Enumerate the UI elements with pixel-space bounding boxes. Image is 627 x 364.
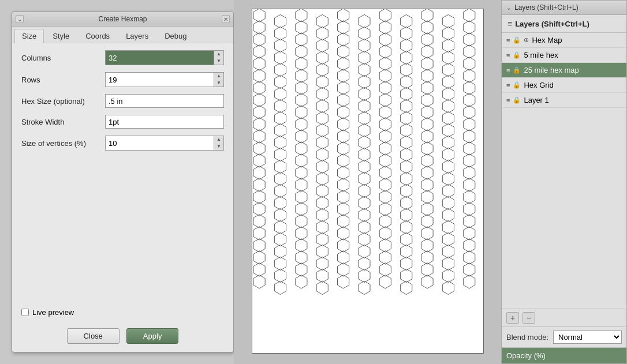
tab-coords[interactable]: Coords	[78, 29, 117, 43]
add-layer-button[interactable]: +	[506, 312, 519, 324]
tab-bar: Size Style Coords Layers Debug	[12, 27, 233, 43]
close-dialog-button[interactable]: ✕	[222, 15, 230, 23]
vertices-spinner: ▲ ▼	[105, 136, 224, 151]
stroke-width-input[interactable]	[105, 115, 224, 129]
columns-input[interactable]	[105, 50, 214, 65]
layer-name-2: 25 mile hex map	[524, 66, 622, 74]
layer-row-5-mile-hex[interactable]: ≡ 🔒 5 mile hex	[502, 48, 626, 63]
live-preview-label: Live preview	[32, 308, 74, 317]
layer-row-layer-1[interactable]: ≡ 🔒 Layer 1	[502, 93, 626, 108]
stroke-width-label: Stroke Width	[21, 118, 105, 126]
columns-increment[interactable]: ▲	[214, 51, 223, 58]
vertices-label: Size of vertices (%)	[21, 139, 105, 148]
layer-menu-icon-3: ≡	[506, 82, 510, 89]
layers-panel-title: Layers (Shift+Ctrl+L)	[514, 3, 579, 12]
dialog-titlebar: ⌄ Create Hexmap ✕	[12, 12, 233, 27]
layers-bottom: + − Blend mode: Normal Opacity (%)	[502, 309, 626, 363]
tab-debug[interactable]: Debug	[157, 29, 194, 43]
layers-panel-titlebar: ⌄ Layers (Shift+Ctrl+L)	[502, 1, 626, 15]
create-hexmap-dialog: ⌄ Create Hexmap ✕ Size Style Coords Laye…	[12, 12, 234, 352]
layer-name-4: Layer 1	[524, 96, 622, 104]
layer-row-hex-map[interactable]: ≡ 🔒 ⊕ Hex Map	[502, 33, 626, 48]
layers-header-label: Layers (Shift+Ctrl+L)	[515, 20, 589, 28]
layers-stack-icon: ≡	[507, 19, 512, 28]
panel-minimize-icon[interactable]: ⌄	[506, 5, 511, 11]
live-preview-row: Live preview	[12, 302, 233, 322]
opacity-row: Opacity (%)	[502, 348, 626, 363]
hex-canvas	[252, 9, 484, 354]
layer-add-icon-0[interactable]: ⊕	[524, 36, 529, 44]
rows-row: Rows ▲ ▼	[21, 72, 224, 87]
rows-increment[interactable]: ▲	[214, 73, 223, 80]
apply-button[interactable]: Apply	[126, 328, 179, 344]
layers-panel: ⌄ Layers (Shift+Ctrl+L) ≡ Layers (Shift+…	[501, 0, 627, 364]
blend-mode-select[interactable]: Normal	[553, 331, 622, 344]
layer-menu-icon-0: ≡	[506, 37, 510, 44]
minimize-button[interactable]: ⌄	[16, 15, 24, 23]
remove-layer-button[interactable]: −	[522, 312, 535, 324]
layer-lock-icon-4[interactable]: 🔒	[513, 96, 521, 104]
layer-menu-icon-1: ≡	[506, 52, 510, 59]
stroke-width-row: Stroke Width	[21, 115, 224, 129]
vertices-increment[interactable]: ▲	[214, 136, 223, 143]
blend-mode-label: Blend mode:	[506, 333, 548, 342]
dialog-footer: Close Apply	[12, 322, 233, 352]
columns-row: Columns ▲ ▼	[21, 50, 224, 65]
layer-name-3: Hex Grid	[524, 81, 622, 89]
layer-name-1: 5 mile hex	[524, 51, 622, 59]
layer-row-hex-grid[interactable]: ≡ 🔒 Hex Grid	[502, 78, 626, 93]
columns-spinner-buttons: ▲ ▼	[214, 50, 224, 65]
layers-add-remove: + −	[502, 309, 626, 327]
layer-name-0: Hex Map	[532, 36, 622, 44]
rows-input[interactable]	[105, 72, 214, 87]
rows-spinner: ▲ ▼	[105, 72, 224, 87]
hex-size-input[interactable]	[105, 94, 224, 108]
layer-menu-icon-2: ≡	[506, 67, 510, 74]
live-preview-checkbox[interactable]	[21, 309, 29, 316]
close-button[interactable]: Close	[67, 328, 120, 344]
layer-lock-icon-2[interactable]: 🔒	[513, 66, 521, 74]
tab-size[interactable]: Size	[14, 29, 44, 43]
layers-header: ≡ Layers (Shift+Ctrl+L)	[502, 15, 626, 33]
columns-spinner: ▲ ▼	[105, 50, 224, 65]
form-content: Columns ▲ ▼ Rows ▲ ▼ Hex Size (opt	[12, 43, 233, 302]
canvas-area	[234, 0, 501, 364]
layer-lock-icon-3[interactable]: 🔒	[513, 81, 521, 89]
vertices-row: Size of vertices (%) ▲ ▼	[21, 136, 224, 151]
vertices-spinner-buttons: ▲ ▼	[214, 136, 224, 151]
layer-menu-icon-4: ≡	[506, 97, 510, 104]
columns-label: Columns	[21, 54, 105, 62]
layer-lock-icon-1[interactable]: 🔒	[513, 51, 521, 59]
layer-lock-icon-0[interactable]: 🔒	[513, 36, 521, 44]
rows-label: Rows	[21, 76, 105, 84]
hex-size-label: Hex Size (optional)	[21, 97, 105, 106]
columns-decrement[interactable]: ▼	[214, 58, 223, 65]
hex-size-row: Hex Size (optional)	[21, 94, 224, 108]
rows-spinner-buttons: ▲ ▼	[214, 72, 224, 87]
dialog-title: Create Hexmap	[98, 15, 147, 23]
vertices-decrement[interactable]: ▼	[214, 143, 223, 150]
opacity-label: Opacity (%)	[506, 351, 546, 360]
blend-mode-row: Blend mode: Normal	[502, 327, 626, 348]
vertices-input[interactable]	[105, 136, 214, 151]
rows-decrement[interactable]: ▼	[214, 80, 223, 87]
layer-row-25-mile-hex[interactable]: ≡ 🔒 25 mile hex map	[502, 63, 626, 78]
tab-layers[interactable]: Layers	[118, 29, 156, 43]
tab-style[interactable]: Style	[45, 29, 77, 43]
